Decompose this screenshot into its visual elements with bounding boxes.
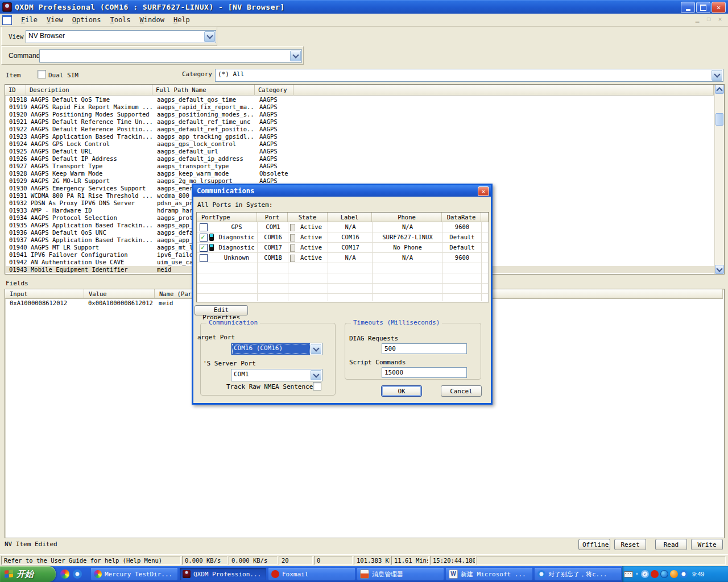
close-button[interactable]: ✕ [712,2,726,13]
offline-button[interactable]: Offline [578,539,610,550]
cell-path: aagps_positioning_modes_s... [157,111,255,118]
ports-column-header-state[interactable]: State [288,213,328,222]
reset-button[interactable]: Reset [614,539,646,550]
table-row[interactable]: 01919AAGPS Rapid Fix Report Maximum ...a… [6,103,714,111]
table-row[interactable]: 01926AAGPS Default IP Addressaagps_defau… [6,155,714,163]
mdi-minimize-icon[interactable]: ▁ [693,15,702,23]
view-combo-arrow-icon[interactable] [204,31,215,42]
restore-button[interactable] [696,2,710,13]
foxmail-icon[interactable] [651,570,659,578]
table-row[interactable]: 01918AAGPS Default QoS Timeaagps_default… [6,96,714,103]
taskbar-button-pinwheel[interactable]: Mercury TestDir... [91,568,177,580]
ports-column-header-port[interactable]: Port [257,213,288,222]
server-port-combo[interactable]: COM1 [231,369,322,381]
mdi-close-icon[interactable]: ✕ [715,15,725,23]
cell-cat: AAGPS [259,133,295,140]
taskbar-button-label: 新建 Microsoft ... [461,570,526,579]
read-button[interactable]: Read [655,539,687,550]
item-table-scrollbar[interactable] [714,85,724,274]
view-combo-value: NV Browser [26,31,204,43]
diag-requests-input[interactable]: 500 [382,343,467,354]
table-row[interactable]: 01928AAGPS Keep Warm Modeaagps_keep_warm… [6,170,714,177]
taskbar-button-message[interactable]: 消息管理器 [357,568,444,580]
ports-column-header-datarate[interactable]: DataRate [442,213,481,222]
column-header-description[interactable]: Description [26,85,152,95]
quick-launch-scheduler-icon[interactable] [73,569,82,579]
table-row[interactable]: 01923AAGPS Application Based Trackin...a… [6,133,714,140]
dual-sim-checkbox[interactable] [38,70,46,78]
edit-properties-button[interactable]: Edit Properties [195,305,248,315]
write-button[interactable]: Write [691,539,723,550]
msn-icon[interactable] [680,570,688,578]
taskbar-button-msn[interactable]: 对了别忘了，将c... [535,568,621,580]
column-header-full-path-name[interactable]: Full Path Name [152,85,255,95]
menu-item-window[interactable]: Window [135,15,169,25]
scroll-thumb[interactable] [715,113,723,126]
menu-item-tools[interactable]: Tools [105,15,135,25]
dialog-title-bar[interactable]: Communications [193,185,491,197]
port-row[interactable]: GPSCOM1ActiveN/AN/A9600 [197,222,488,232]
hidden-icon[interactable]: « [635,570,639,578]
taskbar-button-word[interactable]: W新建 Microsoft ... [446,568,532,580]
dialog-close-button[interactable]: ✕ [478,186,489,196]
track-nmea-checkbox[interactable] [313,382,321,390]
command-combo-arrow-icon[interactable] [290,51,301,61]
scroll-up-icon[interactable] [715,85,724,94]
menu-item-view[interactable]: View [42,15,68,25]
quick-launch-pinwheel-icon[interactable] [60,569,69,579]
fields-column-header-value[interactable]: Value [84,289,155,299]
ports-column-header-label[interactable]: Label [328,213,372,222]
view-combo[interactable]: NV Browser [26,30,216,43]
dual-sim-label: Dual SIM [48,72,78,79]
port-enable-checkbox[interactable] [200,234,208,242]
phone-icon [209,244,214,251]
category-combo-arrow-icon[interactable] [712,70,722,81]
script-commands-input[interactable]: 15000 [382,367,467,378]
cell-id: 01929 [9,177,30,185]
cell-desc: AN Authentication Use CAVE [31,259,152,266]
collapse-icon[interactable]: ‹ [641,570,649,578]
table-row[interactable]: 01925AAGPS Default URLaagps_default_urlA… [6,148,714,155]
port-enable-checkbox[interactable] [200,223,208,231]
cell-desc: AAGPS Default Reference Time Un... [31,118,152,126]
minimize-button[interactable] [681,2,695,13]
column-header-category[interactable]: Category [255,85,293,95]
menu-item-file[interactable]: File [16,15,42,25]
mdi-child-icon[interactable] [2,15,12,25]
port-enable-checkbox[interactable] [200,244,208,252]
command-toolbar: Command [1,46,304,65]
port-enable-checkbox[interactable] [200,254,208,262]
ports-column-header-phone[interactable]: Phone [372,213,442,222]
table-row[interactable]: 01921AAGPS Default Reference Time Un...a… [6,118,714,126]
taskbar-button-qxdm[interactable]: QXDM Profession... [180,568,266,580]
keyboard-icon[interactable] [624,571,633,577]
globe-icon[interactable] [660,570,668,578]
table-row[interactable]: 01927AAGPS Transport Typeaagps_transport… [6,163,714,170]
scroll-down-icon[interactable] [715,265,724,274]
mdi-restore-icon[interactable]: ❐ [704,15,713,23]
port-row[interactable]: DiagnosticCOM17ActiveCOM17No PhoneDefaul… [197,243,488,253]
menu-item-help[interactable]: Help [169,15,195,25]
taskbar-button-label: 消息管理器 [372,570,403,579]
start-button[interactable]: 开始 [0,566,56,582]
fields-column-header-input[interactable]: Input [5,289,84,299]
taskbar-button-foxmail[interactable]: Foxmail [268,568,355,580]
port-row[interactable]: DiagnosticCOM16ActiveCOM16SURF7627-LINUX… [197,232,488,243]
ports-column-header-porttype[interactable]: PortType [197,213,257,222]
port-row[interactable]: UnknownCOM18ActiveN/AN/A9600 [197,253,488,263]
qq-icon[interactable] [670,570,678,578]
ok-button[interactable]: OK [381,385,422,397]
table-row[interactable]: 01922AAGPS Default Reference Positio...a… [6,126,714,133]
cell-path: aagps_app_tracking_gpsidl... [157,133,255,140]
table-row[interactable]: 01924AAGPS GPS Lock Controlaagps_gps_loc… [6,140,714,148]
target-port-arrow-icon[interactable] [311,344,321,354]
table-row[interactable]: 01920AAGPS Positioning Modes Supportedaa… [6,111,714,118]
cell-label: N/A [328,222,373,232]
menu-item-options[interactable]: Options [68,15,106,25]
cancel-button[interactable]: Cancel [441,385,482,397]
category-combo[interactable]: (*) All [215,69,723,82]
column-header-id[interactable]: ID [5,85,26,95]
server-port-arrow-icon[interactable] [311,370,321,380]
target-port-combo[interactable]: COM16 (COM16) [231,343,322,355]
command-combo[interactable] [39,49,302,63]
